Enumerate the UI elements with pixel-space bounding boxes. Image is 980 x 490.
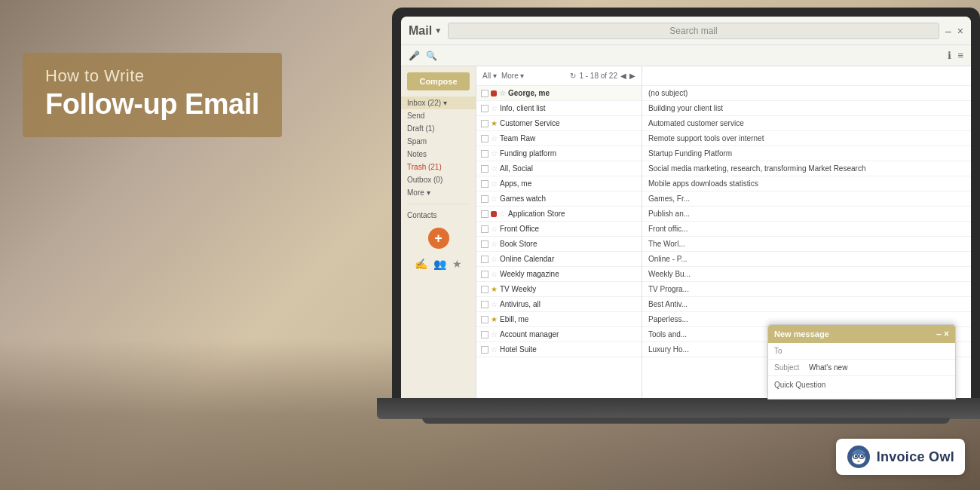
compose-icon[interactable]: ✍ [415,258,427,270]
info-icon[interactable]: ℹ [948,50,951,61]
preview-row[interactable]: Front offic... [642,222,971,237]
sidebar-item-notes[interactable]: Notes [401,148,476,161]
email-row[interactable]: ☆ Application Store [476,207,642,222]
checkbox[interactable] [481,225,488,233]
sidebar-item-trash[interactable]: Trash (21) [401,161,476,173]
star[interactable]: ☆ [491,330,498,338]
checkbox[interactable] [481,210,488,218]
checkbox[interactable] [481,301,488,308]
email-row[interactable]: ☆ Account manager [476,327,642,342]
checkbox[interactable] [481,346,488,354]
star[interactable]: ★ [491,315,498,323]
email-row[interactable]: ☆ Hotel Suite [476,342,642,357]
star-icon-bottom[interactable]: ★ [452,258,462,270]
email-row[interactable]: ☆ Games watch [476,191,642,207]
checkbox[interactable] [481,195,488,203]
email-row[interactable]: ★ TV Weekly [476,282,642,297]
star[interactable]: ☆ [499,210,506,218]
checkbox[interactable] [481,150,488,158]
star[interactable]: ☆ [491,240,498,248]
star[interactable]: ★ [491,119,498,127]
compose-button[interactable]: Compose [407,72,470,90]
star[interactable]: ★ [491,285,498,293]
preview-row[interactable]: (no subject) [642,86,971,101]
preview-row[interactable]: Social media marketing, research, transf… [642,161,971,176]
contacts-icon[interactable]: 👥 [433,258,446,270]
compose-to-field[interactable]: To [768,343,955,360]
preview-row[interactable]: Automated customer service [642,116,971,131]
email-row[interactable]: ☆ Book Store [476,237,642,252]
checkbox[interactable] [481,256,488,263]
star[interactable]: ☆ [491,164,498,173]
checkbox[interactable] [481,105,488,112]
sidebar-item-draft[interactable]: Draft (1) [401,122,476,135]
sidebar-item-spam[interactable]: Spam [401,135,476,148]
star[interactable]: ☆ [491,134,498,142]
preview-row[interactable]: The Worl... [642,237,971,252]
refresh-icon[interactable]: ↻ [570,72,576,80]
star[interactable]: ☆ [491,225,498,233]
compose-body[interactable]: Quick Question [768,376,955,399]
star[interactable]: ☆ [491,149,498,158]
checkbox[interactable] [481,165,488,173]
email-row[interactable]: ☆ Team Raw [476,131,642,146]
preview-row[interactable]: Building your client list [642,101,971,116]
preview-row[interactable]: Publish an... [642,207,971,222]
checkbox[interactable] [481,90,488,97]
sidebar-item-inbox[interactable]: Inbox (22) ▾ [401,96,476,109]
compose-subject-field[interactable]: Subject What's new [768,360,955,376]
checkbox[interactable] [481,316,488,323]
email-row[interactable]: ☆ Apps, me [476,176,642,191]
star[interactable]: ☆ [491,194,498,203]
preview-row[interactable]: Online - P... [642,252,971,267]
checkbox[interactable] [481,286,488,293]
star[interactable]: ☆ [491,255,498,263]
email-row[interactable]: ☆ Weekly magazine [476,267,642,282]
search-bar[interactable]: Search mail [448,23,939,39]
preview-row[interactable]: Startup Funding Platform [642,146,971,161]
preview-row[interactable]: TV Progra... [642,282,971,297]
preview-row[interactable]: Best Antiv... [642,297,971,312]
search-icon-small[interactable]: 🔍 [426,51,437,61]
checkbox[interactable] [481,120,488,127]
email-row[interactable]: ★ Customer Service [476,116,642,131]
sidebar-contacts[interactable]: Contacts [401,209,476,222]
add-button[interactable]: + [428,228,449,249]
filter-more[interactable]: More ▾ [501,72,525,80]
star[interactable]: ☆ [491,179,498,188]
checkbox[interactable] [481,180,488,188]
filter-all[interactable]: All ▾ [482,72,497,80]
email-row[interactable]: ★ Ebill, me [476,312,642,327]
star[interactable]: ☆ [491,300,498,308]
maximize-icon[interactable]: × [957,25,963,37]
mail-dropdown-icon[interactable]: ▼ [434,26,442,35]
checkbox[interactable] [481,240,488,248]
preview-row[interactable]: Mobile apps downloads statistics [642,176,971,191]
email-row[interactable]: ☆ Front Office [476,222,642,237]
preview-row[interactable]: Remote support tools over internet [642,131,971,146]
sidebar-item-outbox[interactable]: Outbox (0) [401,173,476,186]
email-row[interactable]: ☆ Info, client list [476,101,642,116]
next-page-icon[interactable]: ▶ [629,72,635,80]
sidebar-item-more[interactable]: More ▾ [401,186,476,199]
star[interactable]: ☆ [491,345,498,354]
checkbox[interactable] [481,271,488,278]
prev-page-icon[interactable]: ◀ [620,72,626,80]
star[interactable]: ☆ [491,270,498,278]
email-row[interactable]: ☆ All, Social [476,161,642,176]
compose-popup-close[interactable]: – × [936,329,949,339]
email-row[interactable]: ☆ Antivirus, all [476,297,642,312]
sidebar-item-send[interactable]: Send [401,109,476,122]
minimize-icon[interactable]: – [945,25,951,37]
email-row[interactable]: ☆ Online Calendar [476,252,642,267]
checkbox[interactable] [481,135,488,142]
checkbox[interactable] [481,331,488,338]
star[interactable]: ☆ [499,89,506,97]
preview-row[interactable]: Weekly Bu... [642,267,971,282]
mic-icon[interactable]: 🎤 [409,51,420,61]
preview-row[interactable]: Games, Fr... [642,191,971,207]
menu-icon[interactable]: ≡ [957,50,963,61]
email-row[interactable]: ☆ Funding platform [476,146,642,161]
email-row[interactable]: ☆ George, me [476,86,642,101]
star[interactable]: ☆ [491,104,498,112]
